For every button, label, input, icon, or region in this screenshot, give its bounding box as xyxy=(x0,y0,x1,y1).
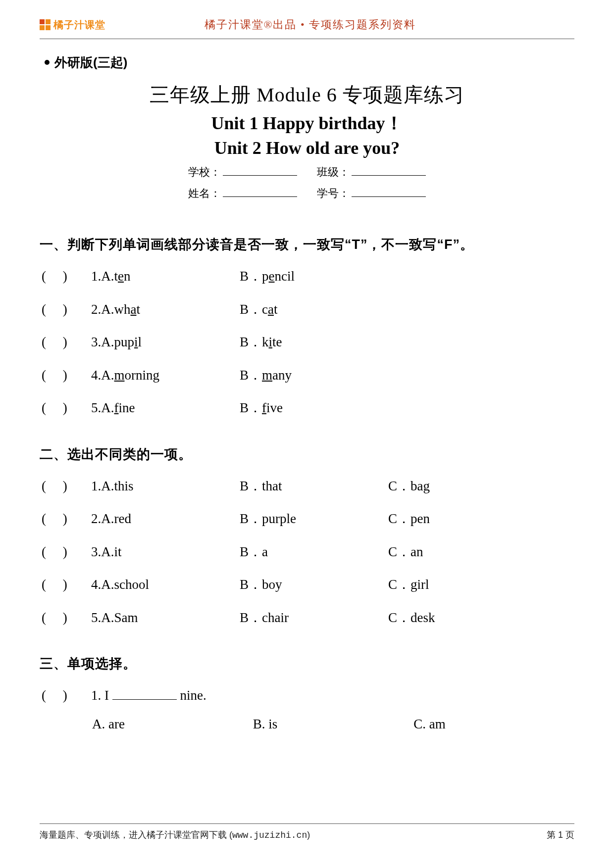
section-3-title: 三、单项选择。 xyxy=(40,655,574,673)
s2-q5: ( ) 5.A.Sam B．chair C．desk xyxy=(40,608,574,628)
s1-q2-a: 2.A.what xyxy=(91,299,240,320)
s2-q1-c: C．bag xyxy=(388,476,537,496)
class-label: 班级： xyxy=(317,165,350,180)
answer-box[interactable]: ( ) xyxy=(40,542,91,562)
answer-box[interactable]: ( ) xyxy=(40,685,91,706)
s2-q3-b: B．a xyxy=(240,542,388,562)
s1-q3-a: 3.A.pupil xyxy=(91,332,240,352)
answer-box[interactable]: ( ) xyxy=(40,608,91,628)
s1-q3: ( ) 3.A.pupil B．kite xyxy=(40,332,574,352)
title-post: 专项题库练习 xyxy=(343,84,464,106)
fill-blank[interactable] xyxy=(112,686,177,700)
s2-q4-c: C．girl xyxy=(388,575,537,595)
header-tagline: 橘子汁课堂®出品 • 专项练习题系列资料 xyxy=(46,17,574,32)
section-1-title: 一、判断下列单词画线部分读音是否一致，一致写“T”，不一致写“F”。 xyxy=(40,236,574,253)
answer-box[interactable]: ( ) xyxy=(40,398,91,418)
s2-q2: ( ) 2.A.red B．purple C．pen xyxy=(40,509,574,529)
s2-q1-b: B．that xyxy=(240,476,388,496)
title-pre: 三年级上册 xyxy=(150,84,256,106)
s3-q1-a: A. are xyxy=(92,717,253,732)
s1-q2-b: B．cat xyxy=(240,299,388,320)
s2-q2-c: C．pen xyxy=(388,509,537,529)
s1-q5: ( ) 5.A.fine B．five xyxy=(40,398,574,418)
s2-q3: ( ) 3.A.it B．a C．an xyxy=(40,542,574,562)
footer-left: 海量题库、专项训练，进入橘子汁课堂官网下载 (www.juzizhi.cn) xyxy=(40,829,310,841)
s2-q4: ( ) 4.A.school B．boy C．girl xyxy=(40,575,574,595)
title-en: Module 6 xyxy=(256,84,342,106)
subtitle-unit1: Unit 1 Happy birthday！ xyxy=(40,111,574,136)
page-header: 橘子汁课堂 橘子汁课堂®出品 • 专项练习题系列资料 xyxy=(40,15,574,39)
s2-q5-b: B．chair xyxy=(240,608,388,628)
s1-q2: ( ) 2.A.what B．cat xyxy=(40,299,574,320)
name-label: 姓名： xyxy=(188,186,221,201)
info-row-2: 姓名： 学号： xyxy=(173,185,441,201)
answer-box[interactable]: ( ) xyxy=(40,266,91,287)
edition-line: 外研版(三起) xyxy=(45,54,574,71)
school-label: 学校： xyxy=(188,165,221,180)
answer-box[interactable]: ( ) xyxy=(40,299,91,320)
school-field[interactable]: 学校： xyxy=(188,163,297,180)
s2-q1: ( ) 1.A.this B．that C．bag xyxy=(40,476,574,496)
id-label: 学号： xyxy=(317,186,350,201)
s2-q5-a: 5.A.Sam xyxy=(91,608,240,628)
page-number: 第 1 页 xyxy=(547,829,574,841)
section-2-title: 二、选出不同类的一项。 xyxy=(40,445,574,463)
answer-box[interactable]: ( ) xyxy=(40,332,91,352)
s2-q1-a: 1.A.this xyxy=(91,476,240,496)
s1-q5-b: B．five xyxy=(240,398,388,418)
school-blank[interactable] xyxy=(223,163,297,176)
s2-q4-a: 4.A.school xyxy=(91,575,240,595)
s1-q3-b: B．kite xyxy=(240,332,388,352)
page-title: 三年级上册 Module 6 专项题库练习 xyxy=(40,81,574,108)
s2-q5-c: C．desk xyxy=(388,608,537,628)
s1-q4: ( ) 4.A.morning B．many xyxy=(40,365,574,386)
answer-box[interactable]: ( ) xyxy=(40,365,91,386)
worksheet-page: 橘子汁课堂 橘子汁课堂®出品 • 专项练习题系列资料 外研版(三起) 三年级上册… xyxy=(0,0,614,868)
s3-q1: ( ) 1. I nine. xyxy=(40,685,574,706)
footer-url: www.juzizhi.cn xyxy=(232,830,307,840)
name-field[interactable]: 姓名： xyxy=(188,185,297,201)
id-blank[interactable] xyxy=(352,185,426,197)
edition-text: 外研版(三起) xyxy=(54,55,127,70)
s1-q1-b: B．pencil xyxy=(240,266,388,287)
page-footer: 海量题库、专项训练，进入橘子汁课堂官网下载 (www.juzizhi.cn) 第… xyxy=(40,823,574,841)
s1-q5-a: 5.A.fine xyxy=(91,398,240,418)
name-blank[interactable] xyxy=(223,185,297,197)
s1-q4-a: 4.A.morning xyxy=(91,365,240,386)
bullet-icon xyxy=(45,60,50,65)
s2-q4-b: B．boy xyxy=(240,575,388,595)
s2-q3-a: 3.A.it xyxy=(91,542,240,562)
s3-q1-stem: 1. I nine. xyxy=(91,685,206,706)
s3-q1-options: A. are B. is C. am xyxy=(40,717,574,732)
s2-q2-b: B．purple xyxy=(240,509,388,529)
s1-q4-b: B．many xyxy=(240,365,388,386)
info-row-1: 学校： 班级： xyxy=(173,163,441,180)
id-field[interactable]: 学号： xyxy=(317,185,426,201)
answer-box[interactable]: ( ) xyxy=(40,575,91,595)
s3-q1-c: C. am xyxy=(413,717,574,732)
answer-box[interactable]: ( ) xyxy=(40,509,91,529)
s1-q1-a: 1.A.ten xyxy=(91,266,240,287)
s2-q2-a: 2.A.red xyxy=(91,509,240,529)
answer-box[interactable]: ( ) xyxy=(40,476,91,496)
s3-q1-b: B. is xyxy=(253,717,414,732)
s2-q3-c: C．an xyxy=(388,542,537,562)
subtitle-unit2: Unit 2 How old are you? xyxy=(40,138,574,158)
class-blank[interactable] xyxy=(352,163,426,176)
class-field[interactable]: 班级： xyxy=(317,163,426,180)
s1-q1: ( ) 1.A.ten B．pencil xyxy=(40,266,574,287)
